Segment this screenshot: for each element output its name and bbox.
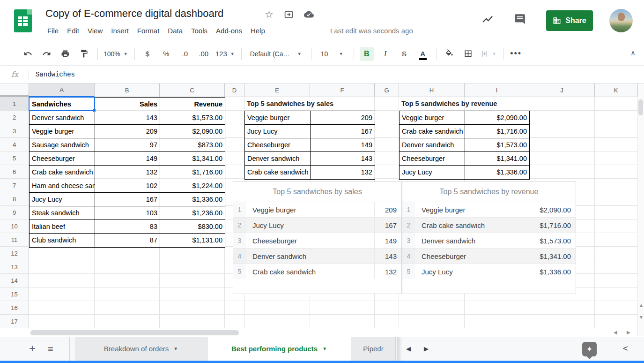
menu-addons[interactable]: Add-ons [212, 25, 246, 37]
scroll-left-icon[interactable]: ◀ [614, 330, 617, 335]
cell[interactable]: 103 [95, 206, 160, 220]
cell[interactable]: 132 [95, 166, 160, 179]
column-header-G[interactable]: G [375, 83, 399, 97]
cloud-saved-icon[interactable] [304, 9, 314, 19]
add-sheet-button[interactable]: + [29, 342, 36, 355]
cell[interactable]: 209 [311, 111, 375, 125]
cell[interactable]: Club sandwich [30, 234, 95, 247]
print-button[interactable] [58, 47, 72, 61]
cell[interactable]: Veggie burger [400, 111, 465, 125]
row-header-11[interactable]: 11 [0, 233, 29, 247]
cell[interactable]: $1,573.00 [465, 138, 529, 152]
cell[interactable]: $1,341.00 [160, 152, 225, 166]
cell[interactable]: 209 [95, 125, 160, 138]
row-header-15[interactable]: 15 [0, 287, 29, 301]
zoom-select[interactable]: 100%▼ [104, 47, 128, 61]
star-icon[interactable]: ☆ [265, 9, 274, 19]
row-header-8[interactable]: 8 [0, 192, 29, 206]
cell[interactable]: Jucy Lucy [245, 125, 311, 138]
column-header-B[interactable]: B [95, 83, 160, 97]
row-header-16[interactable]: 16 [0, 301, 29, 315]
column-header-A[interactable]: A [29, 83, 95, 97]
chart-top5-by-sales[interactable]: Top 5 sandwiches by sales1Veggie burger2… [233, 182, 402, 294]
cell[interactable]: $2,090.00 [465, 111, 529, 125]
column-header-H[interactable]: H [399, 83, 465, 97]
cell[interactable]: Denver sandwich [245, 152, 311, 166]
sheet-tab-pipedr[interactable]: Pipedr [351, 337, 396, 361]
cell-revenue-title[interactable]: Top 5 sandwiches by revenue [399, 97, 529, 111]
cell[interactable]: Revenue [160, 98, 225, 111]
cell[interactable]: Crab cake sandwich [400, 125, 465, 138]
cell[interactable]: Sandwiches [30, 98, 95, 111]
row-header-9[interactable]: 9 [0, 206, 29, 219]
row-header-2[interactable]: 2 [0, 111, 29, 124]
menu-format[interactable]: Format [133, 25, 164, 37]
chart-top5-by-revenue[interactable]: Top 5 sandwiches by revenue1Veggie burge… [402, 182, 576, 294]
cell[interactable]: 83 [95, 220, 160, 234]
cell[interactable]: 167 [95, 193, 160, 206]
cell[interactable]: $1,131.00 [160, 234, 225, 247]
format-currency-button[interactable]: $ [141, 47, 155, 61]
menu-insert[interactable]: Insert [107, 25, 133, 37]
cell-sales-title[interactable]: Top 5 sandwiches by sales [244, 97, 375, 111]
cell[interactable]: 149 [95, 152, 160, 166]
menu-view[interactable]: View [83, 25, 107, 37]
row-header-13[interactable]: 13 [0, 260, 29, 274]
cell[interactable]: Sales [95, 98, 160, 111]
cell[interactable]: Veggie burger [245, 111, 311, 125]
paint-format-button[interactable] [77, 47, 91, 61]
redo-button[interactable] [39, 47, 53, 61]
formula-input[interactable]: Sandwiches [36, 71, 75, 78]
tab-scroll-right-icon[interactable]: ▶ [424, 345, 429, 352]
collapse-toolbar-button[interactable]: ∧ [630, 49, 636, 57]
column-header-E[interactable]: E [244, 83, 310, 97]
select-all-corner[interactable] [0, 83, 29, 97]
avatar[interactable] [609, 9, 633, 32]
cell[interactable]: 149 [311, 138, 375, 152]
row-header-1[interactable]: 1 [0, 97, 29, 111]
fill-handle[interactable] [93, 109, 96, 112]
scroll-up-icon[interactable]: ▲ [639, 303, 644, 308]
scroll-right-icon[interactable]: ▶ [627, 330, 630, 335]
row-header-14[interactable]: 14 [0, 274, 29, 287]
cell[interactable]: Denver sandwich [400, 138, 465, 152]
row-header-3[interactable]: 3 [0, 124, 29, 138]
cell[interactable]: Italian beef [30, 220, 95, 234]
cell[interactable]: Veggie burger [30, 125, 95, 138]
column-header-F[interactable]: F [310, 83, 375, 97]
cell[interactable]: 87 [95, 234, 160, 247]
column-header-D[interactable]: D [225, 83, 244, 97]
cell[interactable]: 143 [95, 111, 160, 125]
cell[interactable]: $1,336.00 [465, 166, 529, 179]
more-options-button[interactable]: ••• [509, 47, 523, 61]
row-header-12[interactable]: 12 [0, 247, 29, 260]
text-color-button[interactable]: A [416, 47, 430, 61]
cell[interactable]: 102 [95, 179, 160, 193]
row-header-4[interactable]: 4 [0, 138, 29, 151]
borders-button[interactable] [461, 47, 475, 61]
column-header-K[interactable]: K [595, 83, 637, 97]
font-select[interactable]: Default (Ca…▼ [247, 47, 304, 61]
column-header-J[interactable]: J [529, 83, 595, 97]
row-header-7[interactable]: 7 [0, 179, 29, 192]
cell[interactable]: 143 [311, 152, 375, 166]
cell[interactable]: $1,716.00 [160, 166, 225, 179]
cell[interactable]: 167 [311, 125, 375, 138]
cell[interactable]: Cheeseburger [30, 152, 95, 166]
cell[interactable]: Ham and cheese sandwich [30, 179, 95, 193]
cell[interactable]: Jucy Lucy [30, 193, 95, 206]
cell[interactable]: $1,336.00 [160, 193, 225, 206]
menu-help[interactable]: Help [246, 25, 269, 37]
italic-button[interactable]: I [378, 47, 392, 61]
increase-decimal-button[interactable]: .00 [197, 47, 211, 61]
strikethrough-button[interactable]: S [397, 47, 411, 61]
row-header-5[interactable]: 5 [0, 151, 29, 165]
horizontal-scrollbar-thumb[interactable] [30, 330, 239, 335]
collapse-panel-icon[interactable]: < [623, 343, 628, 354]
column-header-C[interactable]: C [160, 83, 225, 97]
row-header-6[interactable]: 6 [0, 165, 29, 179]
vertical-scrollbar-thumb[interactable] [638, 99, 643, 115]
scroll-down-icon[interactable]: ▼ [639, 315, 644, 320]
cell[interactable]: $1,341.00 [465, 152, 529, 166]
cell[interactable]: Steak sandwich [30, 206, 95, 220]
